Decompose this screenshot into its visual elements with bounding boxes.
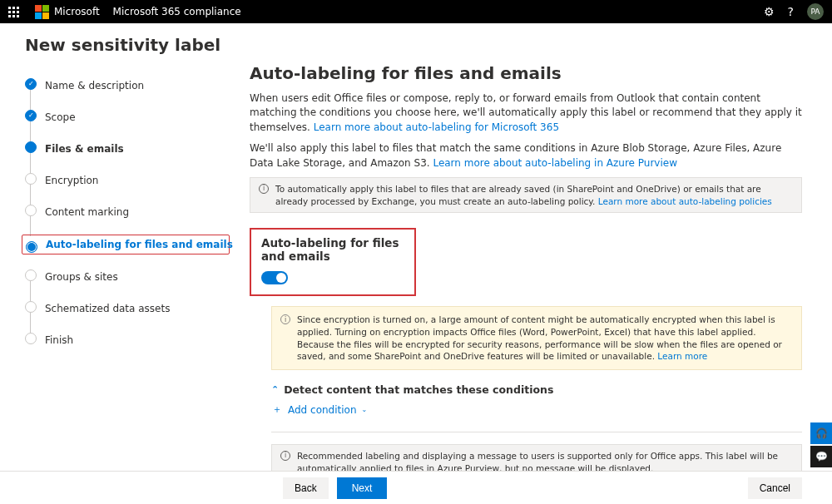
auto-labeling-toggle-block: Auto-labeling for files and emails bbox=[250, 228, 416, 296]
wizard-step-files-emails[interactable]: Files & emails bbox=[25, 140, 230, 158]
step-bullet-icon bbox=[25, 301, 37, 313]
detect-conditions-section: ⌃ Detect content that matches these cond… bbox=[271, 383, 802, 417]
step-bullet-icon bbox=[25, 141, 37, 153]
product-title: Microsoft 365 compliance bbox=[113, 6, 241, 17]
side-rail: 🎧 💬 bbox=[810, 421, 832, 467]
avatar[interactable]: PA bbox=[807, 3, 824, 20]
step-bullet-icon bbox=[25, 173, 37, 185]
wizard-step-schematized[interactable]: Schematized data assets bbox=[25, 299, 230, 318]
step-bullet-icon bbox=[25, 110, 37, 121]
app-header-left: Microsoft Microsoft 365 compliance bbox=[8, 5, 241, 19]
step-bullet-icon bbox=[25, 269, 37, 281]
next-button[interactable]: Next bbox=[337, 477, 388, 499]
auto-labeling-toggle[interactable] bbox=[261, 271, 288, 284]
app-header-right: ⚙ ? PA bbox=[764, 3, 824, 20]
wizard-step-groups-sites[interactable]: Groups & sites bbox=[25, 268, 230, 286]
add-condition-button[interactable]: ＋ Add condition ⌄ bbox=[271, 403, 802, 417]
back-button[interactable]: Back bbox=[283, 477, 329, 499]
step-bullet-icon bbox=[25, 333, 37, 344]
wizard-step-name[interactable]: Name & description bbox=[25, 77, 230, 95]
headset-icon[interactable]: 🎧 bbox=[810, 422, 832, 444]
link-auto-labeling-m365[interactable]: Learn more about auto-labeling for Micro… bbox=[314, 121, 559, 133]
divider bbox=[271, 432, 802, 432]
info-icon: i bbox=[259, 184, 269, 194]
warning-banner-encryption: i Since encryption is turned on, a large… bbox=[271, 306, 802, 370]
wizard-step-scope[interactable]: Scope bbox=[25, 108, 230, 126]
chevron-up-icon: ⌃ bbox=[271, 384, 279, 395]
toggle-label: Auto-labeling for files and emails bbox=[261, 236, 404, 263]
plus-icon: ＋ bbox=[271, 403, 283, 417]
chevron-down-icon: ⌄ bbox=[362, 406, 368, 413]
brand-logo: Microsoft bbox=[35, 5, 100, 19]
link-auto-labeling-purview[interactable]: Learn more about auto-labeling in Azure … bbox=[433, 157, 677, 169]
info-icon: i bbox=[280, 451, 290, 461]
link-auto-labeling-policies[interactable]: Learn more about auto-labeling policies bbox=[598, 196, 772, 206]
info-banner-policies: i To automatically apply this label to f… bbox=[250, 177, 802, 213]
detect-conditions-header[interactable]: ⌃ Detect content that matches these cond… bbox=[271, 383, 802, 396]
microsoft-logo-icon bbox=[35, 5, 49, 19]
page-title: New sensitivity label bbox=[0, 23, 832, 63]
intro-paragraph-1: When users edit Office files or compose,… bbox=[250, 91, 802, 135]
section-title: Auto-labeling for files and emails bbox=[250, 63, 802, 83]
wizard-step-auto-labeling[interactable]: Auto-labeling for files and emails bbox=[22, 235, 230, 254]
info-banner-recommended: i Recommended labeling and displaying a … bbox=[271, 444, 802, 472]
wizard-footer: Back Next Cancel bbox=[0, 471, 832, 504]
main-panel: Auto-labeling for files and emails When … bbox=[250, 63, 832, 472]
feedback-icon[interactable]: 💬 bbox=[810, 446, 832, 467]
wizard-step-content-marking[interactable]: Content marking bbox=[25, 203, 230, 221]
help-icon[interactable]: ? bbox=[788, 5, 794, 18]
app-header: Microsoft Microsoft 365 compliance ⚙ ? P… bbox=[0, 0, 832, 23]
cancel-button[interactable]: Cancel bbox=[748, 477, 802, 499]
wizard-step-encryption[interactable]: Encryption bbox=[25, 171, 230, 190]
brand-text: Microsoft bbox=[54, 6, 100, 17]
app-launcher-icon[interactable] bbox=[8, 7, 22, 17]
wizard-nav: Name & description Scope Files & emails … bbox=[0, 63, 250, 472]
link-encryption-learn-more[interactable]: Learn more bbox=[657, 351, 707, 361]
info-icon: i bbox=[280, 314, 290, 324]
intro-paragraph-2: We'll also apply this label to files tha… bbox=[250, 141, 802, 170]
gear-icon[interactable]: ⚙ bbox=[764, 5, 775, 18]
step-bullet-icon bbox=[25, 205, 37, 216]
step-bullet-icon bbox=[25, 78, 37, 90]
step-bullet-icon bbox=[26, 241, 37, 253]
wizard-step-finish[interactable]: Finish bbox=[25, 331, 230, 349]
